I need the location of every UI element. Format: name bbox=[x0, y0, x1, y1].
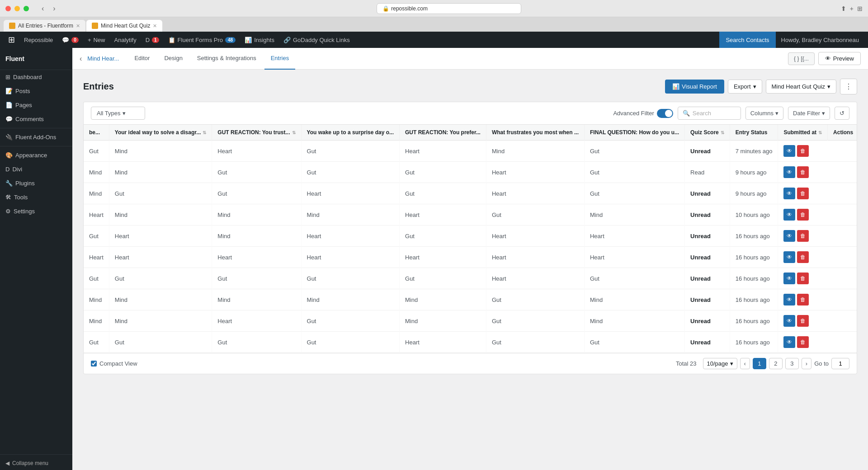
mac-back-btn[interactable]: ‹ bbox=[40, 4, 46, 14]
sidebar-item-posts[interactable]: 📝 Posts bbox=[0, 84, 72, 98]
per-page-select[interactable]: 10/page ▾ bbox=[703, 358, 737, 369]
delete-btn[interactable]: 🗑 bbox=[797, 251, 809, 263]
preview-btn[interactable]: 👁 Preview bbox=[818, 52, 861, 65]
cell-r3-c1: Mind bbox=[109, 204, 212, 226]
divi-item[interactable]: D 1 bbox=[141, 32, 164, 48]
analytify-item[interactable]: Analytify bbox=[110, 32, 141, 48]
mac-close-btn[interactable] bbox=[5, 6, 11, 11]
posts-label: Posts bbox=[15, 88, 30, 94]
adv-filter-toggle[interactable] bbox=[657, 109, 673, 118]
view-btn[interactable]: 👁 bbox=[783, 336, 795, 348]
sub-nav-form-title[interactable]: Mind Hear... bbox=[87, 55, 119, 62]
view-btn[interactable]: 👁 bbox=[783, 145, 795, 157]
sidebar-item-tools[interactable]: 🛠 Tools bbox=[0, 190, 72, 204]
tab-entries[interactable]: Entries bbox=[264, 48, 295, 70]
cell-submitted-9: 16 hours ago bbox=[730, 332, 778, 353]
view-btn[interactable]: 👁 bbox=[783, 273, 795, 284]
visual-report-btn[interactable]: 📊 Visual Report bbox=[665, 80, 724, 94]
view-btn[interactable]: 👁 bbox=[783, 251, 795, 263]
sidebar-divider-2 bbox=[0, 146, 72, 146]
cell-submitted-5: 16 hours ago bbox=[730, 247, 778, 268]
fluent-item[interactable]: 📋 Fluent Forms Pro 48 bbox=[164, 32, 241, 48]
prev-page-btn[interactable]: ‹ bbox=[740, 358, 750, 369]
view-btn[interactable]: 👁 bbox=[783, 209, 795, 221]
share-btn[interactable]: ⬆ bbox=[841, 5, 846, 12]
sidebar-item-appearance[interactable]: 🎨 Appearance bbox=[0, 148, 72, 162]
divi-icon: D bbox=[146, 37, 150, 43]
delete-btn[interactable]: 🗑 bbox=[797, 230, 809, 242]
view-btn[interactable]: 👁 bbox=[783, 188, 795, 199]
tab-editor[interactable]: Editor bbox=[128, 48, 156, 70]
delete-btn[interactable]: 🗑 bbox=[797, 166, 809, 178]
next-page-btn[interactable]: › bbox=[802, 358, 811, 369]
tab1-close[interactable]: ✕ bbox=[76, 23, 80, 29]
mac-max-btn[interactable] bbox=[24, 6, 29, 11]
type-select[interactable]: All Types ▾ bbox=[91, 107, 145, 120]
new-item[interactable]: + New bbox=[83, 32, 110, 48]
sidebar-collapse-btn[interactable]: ◀ Collapse menu bbox=[0, 456, 72, 470]
settings-icon: ⚙ bbox=[5, 208, 11, 215]
cell-r7-c3: Mind bbox=[301, 289, 400, 310]
delete-btn[interactable]: 🗑 bbox=[797, 145, 809, 157]
delete-btn[interactable]: 🗑 bbox=[797, 209, 809, 221]
view-btn[interactable]: 👁 bbox=[783, 230, 795, 242]
pages-icon: 📄 bbox=[5, 102, 13, 108]
new-tab-btn[interactable]: + bbox=[850, 5, 854, 12]
tab-design[interactable]: Design bbox=[158, 48, 189, 70]
type-chevron-icon: ▾ bbox=[123, 110, 126, 117]
admin-bar-right: Search Contacts Howdy, Bradley Charbonne… bbox=[719, 32, 864, 48]
sidebar-item-plugins[interactable]: 🔧 Plugins bbox=[0, 176, 72, 190]
delete-btn[interactable]: 🗑 bbox=[797, 188, 809, 199]
sidebar-item-settings[interactable]: ⚙ Settings bbox=[0, 204, 72, 218]
refresh-btn[interactable]: ↺ bbox=[835, 107, 849, 120]
tab-settings[interactable]: Settings & Integrations bbox=[191, 48, 263, 70]
sub-nav-back[interactable]: ‹ bbox=[80, 55, 82, 63]
mac-min-btn[interactable] bbox=[14, 6, 20, 11]
compact-view-checkbox[interactable] bbox=[91, 361, 97, 367]
address-bar: 🔒 repossible.com bbox=[61, 3, 837, 14]
delete-btn[interactable]: 🗑 bbox=[797, 336, 809, 348]
collapse-icon: ◀ bbox=[5, 460, 9, 466]
quiz-name: Mind Heart Gut Quiz bbox=[772, 83, 826, 90]
repossible-item[interactable]: Repossible bbox=[19, 32, 57, 48]
tools-label: Tools bbox=[14, 194, 28, 201]
address-input[interactable]: 🔒 repossible.com bbox=[377, 3, 521, 14]
sidebar-item-fluent-addons[interactable]: 🔌 Fluent Add-Ons bbox=[0, 130, 72, 144]
sidebar-item-pages[interactable]: 📄 Pages bbox=[0, 98, 72, 112]
snippet-btn[interactable]: { } [{... bbox=[788, 52, 815, 65]
sidebar-item-divi[interactable]: D Divi bbox=[0, 162, 72, 176]
cell-r3-c0: Heart bbox=[84, 204, 109, 226]
sidebar-toggle-btn[interactable]: ⊞ bbox=[857, 5, 863, 12]
view-btn[interactable]: 👁 bbox=[783, 315, 795, 327]
browser-tab-1[interactable]: All Entries - Fluentform ✕ bbox=[4, 20, 85, 32]
browser-tab-2[interactable]: Mind Heart Gut Quiz ✕ bbox=[86, 20, 162, 32]
date-filter-btn[interactable]: Date Filter ▾ bbox=[788, 107, 830, 120]
tab2-close[interactable]: ✕ bbox=[153, 23, 157, 29]
sidebar-item-comments[interactable]: 💬 Comments bbox=[0, 112, 72, 126]
search-contacts-btn[interactable]: Search Contacts bbox=[719, 32, 775, 48]
cell-r5-c6: Heart bbox=[584, 247, 684, 268]
quiz-select[interactable]: Mind Heart Gut Quiz ▾ bbox=[766, 80, 837, 94]
cell-r2-c6: Gut bbox=[584, 183, 684, 204]
page-3-btn[interactable]: 3 bbox=[785, 358, 799, 369]
goto-input[interactable] bbox=[831, 358, 849, 369]
delete-btn[interactable]: 🗑 bbox=[797, 315, 809, 327]
howdy-text: Howdy, Bradley Charbonneau bbox=[776, 37, 864, 43]
search-box[interactable]: 🔍 Search bbox=[678, 107, 741, 120]
godaddy-item[interactable]: 🔗 GoDaddy Quick Links bbox=[279, 32, 354, 48]
sidebar-item-dashboard[interactable]: ⊞ Dashboard bbox=[0, 70, 72, 84]
page-1-btn[interactable]: 1 bbox=[753, 358, 766, 369]
mac-forward-btn[interactable]: › bbox=[51, 4, 57, 14]
compact-view-label[interactable]: Compact View bbox=[91, 360, 137, 367]
export-btn[interactable]: Export ▾ bbox=[728, 80, 762, 94]
insights-item[interactable]: 📊 Insights bbox=[240, 32, 279, 48]
columns-btn[interactable]: Columns ▾ bbox=[745, 107, 783, 120]
delete-btn[interactable]: 🗑 bbox=[797, 273, 809, 284]
wp-logo-item[interactable]: ⊞ bbox=[4, 32, 19, 48]
view-btn[interactable]: 👁 bbox=[783, 166, 795, 178]
page-2-btn[interactable]: 2 bbox=[769, 358, 783, 369]
view-btn[interactable]: 👁 bbox=[783, 294, 795, 306]
delete-btn[interactable]: 🗑 bbox=[797, 294, 809, 306]
more-options-btn[interactable]: ⋮ bbox=[840, 79, 857, 94]
comments-item[interactable]: 💬 0 bbox=[57, 32, 83, 48]
